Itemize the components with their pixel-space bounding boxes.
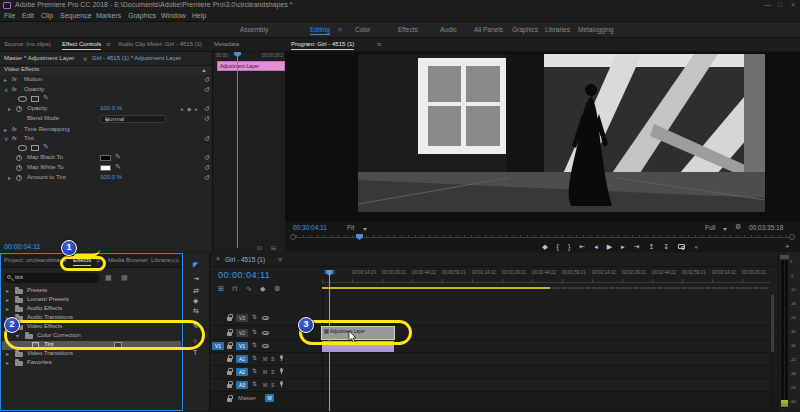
playback-options-icon[interactable]: ⊟ bbox=[271, 244, 276, 251]
stopwatch-icon[interactable] bbox=[16, 106, 22, 112]
step-forward-icon[interactable]: ▸ bbox=[621, 243, 625, 251]
track-output-eye-icon[interactable] bbox=[262, 316, 269, 320]
tab-metadata[interactable]: Metadata bbox=[214, 41, 239, 47]
sync-lock-icon[interactable]: ⇅ bbox=[252, 367, 257, 374]
menu-markers[interactable]: Markers bbox=[96, 12, 121, 19]
mini-playhead-line[interactable] bbox=[237, 52, 238, 248]
twirl-icon[interactable]: ▸ bbox=[8, 105, 11, 112]
tab-libraries[interactable]: Libraries bbox=[151, 257, 171, 263]
source-patch-v1[interactable]: V1 bbox=[212, 342, 224, 350]
effect-row-opacity-param[interactable]: ▸ Opacity 100.0 % ◂ ◆ ▸ bbox=[0, 105, 212, 114]
mark-out-icon[interactable]: } bbox=[568, 243, 570, 250]
sequence-clip-label[interactable]: Girl - 4515 (1) * Adjustment Layer bbox=[92, 55, 181, 61]
mute-button[interactable]: M bbox=[263, 356, 267, 362]
selection-tool[interactable]: ◤ bbox=[193, 261, 198, 269]
program-position-timecode[interactable]: 00:30:04:11 bbox=[293, 224, 327, 231]
sync-lock-icon[interactable]: ⇅ bbox=[252, 341, 257, 348]
track-lock-icon[interactable] bbox=[227, 371, 232, 375]
tree-item-audio-effects[interactable]: ▸ Audio Effects bbox=[2, 305, 181, 314]
workspace-tab-editing[interactable]: Editing bbox=[310, 26, 330, 35]
workspace-tab-metalogging[interactable]: Metalogging bbox=[578, 26, 613, 33]
reset-icon[interactable]: ↺ bbox=[204, 105, 210, 113]
twirl-icon[interactable]: ∨ bbox=[4, 135, 8, 142]
voiceover-mic-icon[interactable] bbox=[280, 368, 283, 372]
ripple-edit-tool[interactable]: ⇄ bbox=[193, 287, 199, 295]
track-target-a1[interactable]: A1 bbox=[236, 355, 248, 363]
workspace-tab-all-panels[interactable]: All Panels bbox=[474, 26, 503, 33]
track-output-eye-icon[interactable] bbox=[262, 344, 269, 348]
timeline-vertical-scrollbar[interactable] bbox=[770, 292, 775, 411]
scrubber-left-handle[interactable] bbox=[290, 234, 296, 240]
ellipse-mask-icon[interactable] bbox=[18, 145, 27, 151]
twirl-icon[interactable]: ▸ bbox=[8, 174, 11, 181]
track-a1-row[interactable] bbox=[210, 353, 778, 366]
program-video-frame[interactable] bbox=[358, 54, 765, 212]
settings-wrench-icon[interactable]: ⚙ bbox=[735, 223, 741, 231]
effect-row-opacity-group[interactable]: ∨ fx Opacity bbox=[0, 86, 212, 95]
reset-icon[interactable]: ↺ bbox=[204, 135, 210, 143]
menu-help[interactable]: Help bbox=[192, 12, 206, 19]
tab-audio-clip-mixer[interactable]: Audio Clip Mixer: Girl - 4515 (1) bbox=[118, 41, 202, 47]
effect-row-tint-group[interactable]: ∨ fx Tint bbox=[0, 135, 212, 144]
effect-row-map-black[interactable]: Map Black To ✎ bbox=[0, 154, 212, 163]
prev-keyframe-icon[interactable]: ◂ bbox=[180, 106, 183, 112]
accelerated-effects-filter-icon[interactable]: ▦ bbox=[105, 274, 112, 282]
tab-source[interactable]: Source: (no clips) bbox=[4, 41, 51, 47]
workspace-tab-color[interactable]: Color bbox=[355, 26, 371, 33]
twirl-icon[interactable]: ▸ bbox=[4, 76, 7, 83]
track-target-a2[interactable]: A2 bbox=[236, 368, 248, 376]
reset-icon[interactable]: ↺ bbox=[204, 154, 210, 162]
tab-project[interactable]: Project: circleandshapes bbox=[4, 257, 66, 263]
effects-search-input[interactable]: tint bbox=[4, 273, 99, 283]
param-value[interactable]: 100.0 % bbox=[100, 174, 122, 180]
track-v2-row[interactable] bbox=[210, 326, 778, 340]
twirl-icon[interactable]: ▸ bbox=[6, 287, 9, 294]
panel-menu-icon[interactable]: ≡ bbox=[106, 41, 110, 48]
minimize-button[interactable]: — bbox=[764, 1, 771, 8]
menu-graphics[interactable]: Graphics bbox=[128, 12, 156, 19]
play-icon[interactable]: ▶ bbox=[607, 243, 612, 251]
solo-button[interactable]: S bbox=[271, 382, 274, 388]
reset-icon[interactable]: ↺ bbox=[204, 164, 210, 172]
program-monitor-tab[interactable]: Program: Girl - 4515 (1) bbox=[291, 41, 354, 50]
sync-lock-icon[interactable]: ⇅ bbox=[252, 313, 257, 320]
razor-tool[interactable]: ◈ bbox=[193, 297, 198, 305]
close-button[interactable]: × bbox=[791, 1, 795, 8]
mute-button[interactable]: M bbox=[263, 382, 267, 388]
pen-mask-icon[interactable]: ✎ bbox=[43, 94, 49, 102]
effect-controls-mini-timeline[interactable]: :00:00 00:00:29:2 Adjustment Layer bbox=[212, 52, 285, 252]
track-select-forward-tool[interactable]: ⇥ bbox=[193, 275, 199, 283]
track-lock-icon[interactable] bbox=[227, 398, 232, 402]
playback-resolution-select[interactable]: Full bbox=[705, 224, 715, 231]
track-lock-icon[interactable] bbox=[227, 358, 232, 362]
timeline-sequence-tab[interactable]: Girl - 4515 (1) bbox=[225, 256, 265, 263]
menu-window[interactable]: Window bbox=[161, 12, 186, 19]
stopwatch-icon[interactable] bbox=[16, 165, 22, 171]
next-keyframe-icon[interactable]: ▸ bbox=[195, 106, 198, 112]
blend-mode-dropdown[interactable]: Normal bbox=[100, 115, 166, 123]
lift-icon[interactable]: ↥ bbox=[648, 243, 654, 251]
track-target-v1[interactable]: V1 bbox=[236, 342, 248, 350]
track-a3-row[interactable] bbox=[210, 379, 778, 392]
effect-row-motion[interactable]: ▸ fx Motion bbox=[0, 76, 212, 85]
effect-row-amount-to-tint[interactable]: ▸ Amount to Tint 100.0 % bbox=[0, 174, 212, 183]
stopwatch-icon[interactable] bbox=[16, 155, 22, 161]
master-clip-label[interactable]: Master * Adjustment Layer bbox=[4, 55, 74, 61]
sync-lock-icon[interactable]: ⇅ bbox=[252, 354, 257, 361]
track-lock-icon[interactable] bbox=[227, 384, 232, 388]
reset-icon[interactable]: ↺ bbox=[204, 174, 210, 182]
type-tool[interactable]: T bbox=[193, 349, 197, 356]
sync-lock-icon[interactable]: ⇅ bbox=[252, 380, 257, 387]
tree-item-video-transitions[interactable]: ▸ Video Transitions bbox=[2, 350, 181, 359]
tree-item-lumetri-presets[interactable]: ▸ Lumetri Presets bbox=[2, 296, 181, 305]
slip-tool[interactable]: ⇆ bbox=[193, 307, 199, 315]
twirl-icon[interactable]: ▸ bbox=[6, 296, 9, 303]
twirl-icon[interactable]: ▸ bbox=[6, 305, 9, 312]
export-frame-icon[interactable] bbox=[678, 244, 685, 249]
go-to-out-icon[interactable]: ⇥ bbox=[634, 243, 640, 251]
white-color-swatch[interactable] bbox=[100, 165, 111, 171]
tab-effect-controls[interactable]: Effect Controls bbox=[62, 41, 101, 50]
track-lock-icon[interactable] bbox=[227, 317, 232, 321]
menu-file[interactable]: File bbox=[4, 12, 15, 19]
effect-row-time-remapping[interactable]: ▸ fx Time Remapping bbox=[0, 126, 212, 135]
